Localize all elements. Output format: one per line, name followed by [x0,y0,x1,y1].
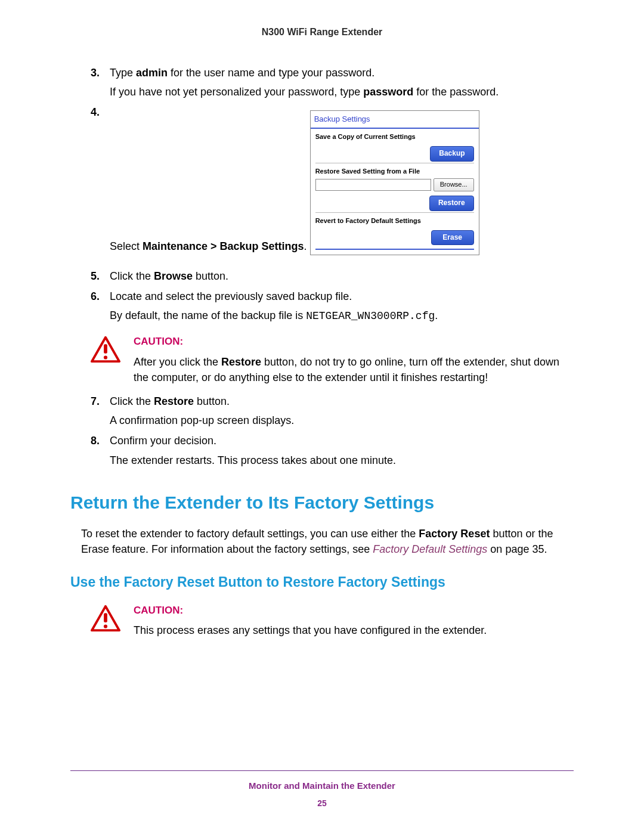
step-number: 4. [91,104,100,120]
step-text: Confirm your decision. [110,435,216,447]
step-subtext: A confirmation pop-up screen displays. [110,413,574,428]
svg-rect-1 [104,345,107,354]
svg-point-2 [104,356,107,360]
figure-title: Backup Settings [311,111,479,129]
step-text: Click the Browse button. [110,270,228,282]
step-number: 5. [91,268,100,284]
warning-icon [91,336,120,363]
step-subtext: By default, the name of the backup file … [110,308,574,324]
step-text: Locate and select the previously saved b… [110,290,352,302]
backup-settings-screenshot: Backup Settings Save a Copy of Current S… [310,110,479,255]
svg-rect-4 [104,613,107,622]
figure-sec3-label: Revert to Factory Default Settings [315,216,474,226]
document-header: N300 WiFi Range Extender [70,25,574,39]
step-5: 5. Click the Browse button. [91,268,574,284]
figure-sec2-label: Restore Saved Setting from a File [315,167,474,176]
step-subtext: If you have not yet personalized your pa… [110,84,574,100]
step-4: 4. Select Maintenance > Backup Settings.… [91,104,574,264]
step-7: 7. Click the Restore button. A confirmat… [91,394,574,428]
restore-button[interactable]: Restore [429,196,474,210]
factory-intro-paragraph: To reset the extender to factory default… [81,526,574,557]
step-text: Click the Restore button. [110,395,230,407]
caution-block-1: CAUTION: After you click the Restore but… [91,335,574,385]
step-subtext: The extender restarts. This process take… [110,453,574,468]
step-3: 3. Type admin for the user name and type… [91,65,574,100]
erase-button[interactable]: Erase [431,230,474,245]
caution-label: CAUTION: [134,603,574,618]
warning-icon [91,605,120,632]
figure-sec1-label: Save a Copy of Current Settings [315,132,474,142]
step-6: 6. Locate and select the previously save… [91,289,574,324]
heading-factory-settings: Return the Extender to Its Factory Setti… [70,490,574,516]
step-number: 7. [91,394,100,409]
footer-rule [70,770,574,771]
caution-block-2: CAUTION: This process erases any setting… [91,603,574,639]
heading-use-factory-reset: Use the Factory Reset Button to Restore … [70,572,574,592]
file-path-input[interactable] [315,179,431,191]
caution-label: CAUTION: [134,335,574,349]
backup-button[interactable]: Backup [430,146,473,161]
step-text: Select Maintenance > Backup Settings. [110,240,307,252]
caution-text: After you click the Restore button, do n… [134,354,574,385]
svg-point-5 [104,624,107,628]
footer-page-number: 25 [70,797,574,809]
footer-section-title: Monitor and Maintain the Extender [70,779,574,792]
step-number: 6. [91,289,100,304]
step-8: 8. Confirm your decision. The extender r… [91,433,574,467]
caution-text: This process erases any settings that yo… [134,623,574,638]
xref-factory-default-settings[interactable]: Factory Default Settings [373,543,487,555]
step-text: Type admin for the user name and type yo… [110,67,374,79]
step-number: 8. [91,433,100,448]
step-number: 3. [91,65,100,80]
browse-button[interactable]: Browse... [434,178,474,191]
